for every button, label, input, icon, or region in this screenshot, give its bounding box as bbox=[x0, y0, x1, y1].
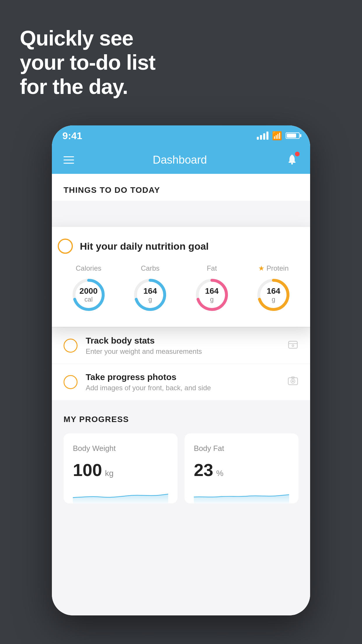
svg-point-1 bbox=[291, 163, 293, 164]
hamburger-line2 bbox=[64, 160, 74, 160]
battery-icon bbox=[286, 132, 300, 139]
main-content: THINGS TO DO TODAY Hit your daily nutrit… bbox=[52, 174, 310, 615]
battery-fill bbox=[287, 134, 296, 138]
protein-stat: ★ Protein 164 g bbox=[254, 264, 292, 314]
nutrition-check-circle bbox=[58, 239, 73, 254]
todo-item-photos[interactable]: Take progress photos Add images of your … bbox=[52, 364, 310, 400]
todo-text-body-stats: Track body stats Enter your weight and m… bbox=[86, 336, 287, 356]
carbs-stat: Carbs 164 g bbox=[131, 264, 169, 314]
protein-ring-text: 164 g bbox=[267, 287, 280, 303]
body-fat-chart bbox=[194, 486, 289, 503]
svg-point-12 bbox=[292, 345, 294, 346]
nutrition-stats: Calories 2000 cal bbox=[58, 264, 304, 314]
nutrition-card-title: Hit your daily nutrition goal bbox=[80, 241, 209, 252]
body-weight-unit: kg bbox=[105, 469, 114, 478]
status-bar: 9:41 📶 bbox=[52, 125, 310, 146]
protein-label: ★ Protein bbox=[258, 264, 289, 272]
todo-subtitle-body-stats: Enter your weight and measurements bbox=[86, 347, 287, 356]
progress-section: MY PROGRESS Body Weight 100 kg bbox=[52, 400, 310, 512]
todo-circle-photos bbox=[64, 375, 78, 389]
hamburger-line1 bbox=[64, 156, 74, 157]
progress-section-title: MY PROGRESS bbox=[64, 415, 298, 424]
status-icons: 📶 bbox=[257, 131, 300, 141]
body-weight-card-title: Body Weight bbox=[73, 444, 168, 453]
body-weight-number: 100 bbox=[73, 460, 102, 480]
header-title: Dashboard bbox=[153, 154, 207, 166]
fat-ring: 164 g bbox=[193, 276, 231, 314]
body-fat-card: Body Fat 23 % bbox=[184, 433, 298, 503]
body-fat-unit: % bbox=[216, 469, 224, 478]
notification-dot bbox=[295, 152, 300, 156]
wifi-icon: 📶 bbox=[272, 131, 282, 141]
hamburger-menu[interactable] bbox=[64, 156, 74, 164]
body-fat-card-title: Body Fat bbox=[194, 444, 289, 453]
signal-bar-4 bbox=[266, 132, 268, 140]
signal-bar-2 bbox=[260, 135, 262, 140]
things-section-title: THINGS TO DO TODAY bbox=[64, 186, 160, 195]
photo-icon bbox=[287, 375, 298, 389]
hamburger-line3 bbox=[64, 163, 74, 164]
todo-item-body-stats[interactable]: Track body stats Enter your weight and m… bbox=[52, 328, 310, 364]
calories-label: Calories bbox=[76, 264, 101, 272]
todo-subtitle-photos: Add images of your front, back, and side bbox=[86, 384, 287, 392]
body-fat-value: 23 % bbox=[194, 460, 289, 480]
carbs-label: Carbs bbox=[141, 264, 159, 272]
background: Quickly see your to-do list for the day.… bbox=[0, 0, 362, 644]
todo-text-photos: Take progress photos Add images of your … bbox=[86, 372, 287, 392]
todo-title-photos: Take progress photos bbox=[86, 372, 287, 382]
app-header: Dashboard bbox=[52, 146, 310, 174]
body-weight-value: 100 kg bbox=[73, 460, 168, 480]
body-fat-number: 23 bbox=[194, 460, 213, 480]
phone-frame: 9:41 📶 Dashboard bbox=[52, 125, 310, 615]
protein-ring: 164 g bbox=[254, 276, 292, 314]
calories-ring-text: 2000 cal bbox=[80, 287, 98, 303]
calories-ring: 2000 cal bbox=[70, 276, 108, 314]
scale-icon bbox=[287, 339, 298, 353]
signal-bars-icon bbox=[257, 132, 268, 140]
signal-bar-1 bbox=[257, 137, 259, 140]
signal-bar-3 bbox=[263, 133, 265, 140]
card-header: Hit your daily nutrition goal bbox=[58, 239, 304, 254]
carbs-ring: 164 g bbox=[131, 276, 169, 314]
nutrition-card: Hit your daily nutrition goal Calories bbox=[52, 227, 310, 327]
fat-ring-text: 164 g bbox=[205, 287, 219, 303]
hero-line3: for the day. bbox=[20, 75, 155, 99]
hero-line2: your to-do list bbox=[20, 50, 155, 75]
todo-circle-body-stats bbox=[64, 339, 78, 353]
todo-title-body-stats: Track body stats bbox=[86, 336, 287, 346]
svg-point-15 bbox=[292, 380, 294, 382]
carbs-ring-text: 164 g bbox=[143, 287, 157, 303]
hero-line1: Quickly see bbox=[20, 26, 155, 50]
status-time: 9:41 bbox=[62, 130, 82, 141]
notification-bell-button[interactable] bbox=[286, 153, 298, 167]
things-section: THINGS TO DO TODAY bbox=[52, 174, 310, 201]
fat-stat: Fat 164 g bbox=[193, 264, 231, 314]
svg-rect-0 bbox=[289, 162, 296, 163]
fat-label: Fat bbox=[207, 264, 217, 272]
star-icon: ★ bbox=[258, 264, 265, 272]
progress-cards: Body Weight 100 kg bbox=[64, 433, 298, 503]
hero-text: Quickly see your to-do list for the day. bbox=[20, 26, 155, 99]
calories-stat: Calories 2000 cal bbox=[70, 264, 108, 314]
body-weight-chart bbox=[73, 486, 168, 503]
body-weight-card: Body Weight 100 kg bbox=[64, 433, 178, 503]
